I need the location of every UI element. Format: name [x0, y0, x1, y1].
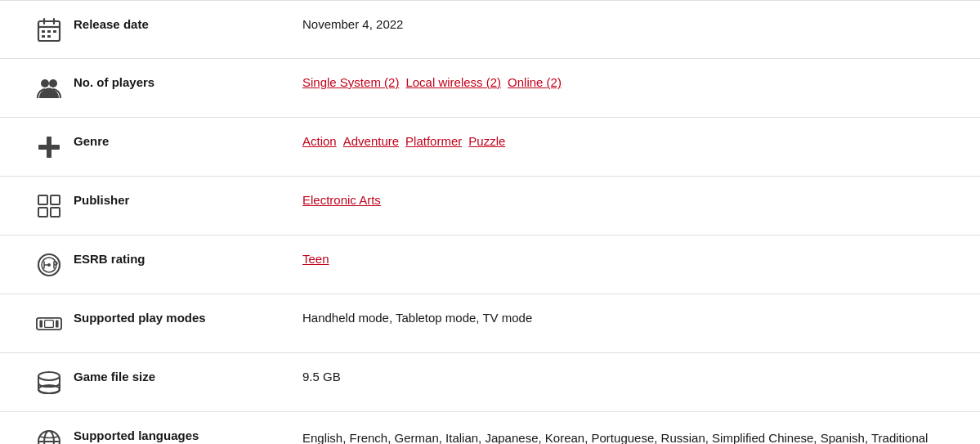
- svg-rect-13: [38, 195, 47, 204]
- esrb-tags: Teen: [302, 252, 329, 266]
- genre-link-platformer[interactable]: Platformer: [405, 134, 462, 148]
- languages-icon: [25, 427, 74, 444]
- languages-text: English, French, German, Italian, Japane…: [302, 428, 955, 444]
- esrb-label: ESRB rating: [74, 250, 302, 266]
- svg-rect-15: [38, 208, 47, 217]
- publisher-link-electronic-arts[interactable]: Electronic Arts: [302, 193, 381, 207]
- play-modes-text: Handheld mode, Tabletop mode, TV mode: [302, 311, 532, 325]
- game-info-table: Release dateNovember 4, 2022 No. of play…: [0, 0, 980, 444]
- release-date-text: November 4, 2022: [302, 17, 403, 31]
- num-players-label: No. of players: [74, 74, 302, 89]
- row-genre: GenreActionAdventurePlatformerPuzzle: [0, 118, 980, 177]
- release-date-label: Release date: [74, 16, 302, 31]
- release-date-icon: [25, 16, 74, 43]
- row-num-players: No. of playersSingle System (2)Local wir…: [0, 59, 980, 118]
- file-size-label: Game file size: [74, 368, 302, 383]
- genre-link-adventure[interactable]: Adventure: [343, 134, 399, 148]
- languages-value: English, French, German, Italian, Japane…: [302, 427, 955, 444]
- esrb-icon: [25, 250, 74, 278]
- svg-rect-4: [42, 30, 45, 33]
- esrb-value[interactable]: Teen: [302, 250, 955, 266]
- svg-rect-12: [38, 145, 60, 150]
- svg-rect-21: [39, 321, 43, 328]
- svg-point-24: [38, 372, 60, 380]
- play-modes-value: Handheld mode, Tabletop mode, TV mode: [302, 309, 955, 325]
- publisher-label: Publisher: [74, 191, 302, 207]
- play-modes-label: Supported play modes: [74, 309, 302, 325]
- publisher-value[interactable]: Electronic Arts: [302, 191, 955, 207]
- svg-rect-8: [47, 35, 51, 38]
- row-publisher: PublisherElectronic Arts: [0, 177, 980, 235]
- release-date-value: November 4, 2022: [302, 16, 955, 31]
- num-players-link-online-(2)[interactable]: Online (2): [508, 75, 562, 89]
- languages-label: Supported languages: [74, 427, 302, 442]
- svg-point-19: [47, 263, 51, 267]
- num-players-tags: Single System (2)Local wireless (2)Onlin…: [302, 75, 562, 89]
- svg-rect-23: [45, 321, 54, 328]
- file-size-icon: [25, 368, 74, 396]
- genre-label: Genre: [74, 132, 302, 148]
- row-file-size: Game file size9.5 GB: [0, 353, 980, 412]
- file-size-text: 9.5 GB: [302, 370, 341, 383]
- svg-rect-22: [56, 321, 59, 328]
- row-languages: Supported languagesEnglish, French, Germ…: [0, 412, 980, 444]
- svg-rect-7: [42, 35, 45, 38]
- svg-rect-6: [53, 30, 56, 33]
- svg-point-9: [41, 79, 49, 87]
- esrb-link-teen[interactable]: Teen: [302, 252, 329, 266]
- num-players-link-single-system-(2)[interactable]: Single System (2): [302, 75, 399, 89]
- row-release-date: Release dateNovember 4, 2022: [0, 0, 980, 59]
- num-players-link-local-wireless-(2)[interactable]: Local wireless (2): [405, 75, 501, 89]
- svg-rect-14: [51, 195, 60, 204]
- svg-rect-16: [51, 208, 60, 217]
- genre-tags: ActionAdventurePlatformerPuzzle: [302, 134, 505, 148]
- num-players-icon: [25, 74, 74, 101]
- svg-point-10: [49, 79, 57, 87]
- publisher-tags: Electronic Arts: [302, 193, 381, 207]
- svg-rect-5: [47, 30, 51, 33]
- genre-link-puzzle[interactable]: Puzzle: [468, 134, 505, 148]
- row-play-modes: Supported play modesHandheld mode, Table…: [0, 294, 980, 353]
- row-esrb: ESRB ratingTeen: [0, 235, 980, 294]
- play-modes-icon: [25, 309, 74, 337]
- genre-value[interactable]: ActionAdventurePlatformerPuzzle: [302, 132, 955, 148]
- file-size-value: 9.5 GB: [302, 368, 955, 383]
- num-players-value[interactable]: Single System (2)Local wireless (2)Onlin…: [302, 74, 955, 89]
- genre-link-action[interactable]: Action: [302, 134, 337, 148]
- genre-icon: [25, 132, 74, 160]
- publisher-icon: [25, 191, 74, 219]
